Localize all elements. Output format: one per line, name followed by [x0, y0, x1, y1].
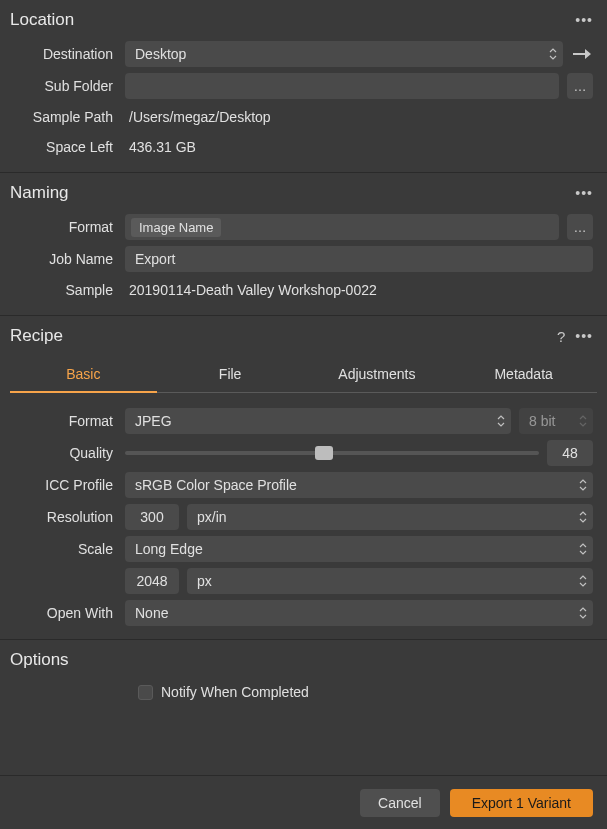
resolution-value: 300 [140, 509, 163, 525]
goto-destination-button[interactable] [571, 43, 593, 65]
location-menu-icon[interactable]: ••• [575, 12, 593, 28]
scale-unit-value: px [197, 573, 212, 589]
options-section: Options Notify When Completed [0, 640, 607, 716]
openwith-dropdown[interactable]: None [125, 600, 593, 626]
quality-value-box[interactable]: 48 [547, 440, 593, 466]
subfolder-input[interactable] [125, 73, 559, 99]
recipe-tabs: Basic File Adjustments Metadata [10, 358, 597, 393]
chevron-updown-icon [579, 479, 587, 491]
options-header: Options [0, 640, 607, 678]
bitdepth-value: 8 bit [529, 413, 555, 429]
chevron-updown-icon [497, 415, 505, 427]
options-title: Options [10, 650, 69, 670]
chevron-updown-icon [579, 607, 587, 619]
naming-format-token: Image Name [131, 218, 221, 237]
chevron-updown-icon [579, 511, 587, 523]
samplepath-value: /Users/megaz/Desktop [125, 109, 271, 125]
recipe-format-label: Format [0, 413, 125, 429]
chevron-updown-icon [579, 575, 587, 587]
recipe-format-value: JPEG [135, 413, 172, 429]
jobname-input[interactable]: Export [125, 246, 593, 272]
openwith-value: None [135, 605, 168, 621]
recipe-header: Recipe ? ••• [0, 316, 607, 354]
tab-basic[interactable]: Basic [10, 358, 157, 392]
cancel-button[interactable]: Cancel [360, 789, 440, 817]
spaceleft-label: Space Left [0, 139, 125, 155]
naming-sample-label: Sample [0, 282, 125, 298]
naming-format-more-button[interactable]: … [567, 214, 593, 240]
samplepath-label: Sample Path [0, 109, 125, 125]
location-header: Location ••• [0, 0, 607, 38]
scale-label: Scale [0, 541, 125, 557]
icc-value: sRGB Color Space Profile [135, 477, 297, 493]
notify-checkbox[interactable] [138, 685, 153, 700]
scale-unit-dropdown[interactable]: px [187, 568, 593, 594]
naming-menu-icon[interactable]: ••• [575, 185, 593, 201]
chevron-updown-icon [549, 48, 557, 60]
export-button[interactable]: Export 1 Variant [450, 789, 593, 817]
tab-adjustments[interactable]: Adjustments [304, 358, 451, 392]
recipe-title: Recipe [10, 326, 63, 346]
subfolder-more-button[interactable]: … [567, 73, 593, 99]
scale-mode-dropdown[interactable]: Long Edge [125, 536, 593, 562]
recipe-format-dropdown[interactable]: JPEG [125, 408, 511, 434]
tab-file[interactable]: File [157, 358, 304, 392]
recipe-section: Recipe ? ••• Basic File Adjustments Meta… [0, 316, 607, 640]
slider-thumb[interactable] [315, 446, 333, 460]
naming-format-input[interactable]: Image Name [125, 214, 559, 240]
destination-dropdown[interactable]: Desktop [125, 41, 563, 67]
destination-label: Destination [0, 46, 125, 62]
jobname-label: Job Name [0, 251, 125, 267]
scale-mode-value: Long Edge [135, 541, 203, 557]
help-icon[interactable]: ? [557, 328, 565, 345]
quality-slider[interactable] [125, 451, 539, 455]
naming-section: Naming ••• Format Image Name … Job Name … [0, 173, 607, 316]
icc-dropdown[interactable]: sRGB Color Space Profile [125, 472, 593, 498]
location-title: Location [10, 10, 74, 30]
quality-label: Quality [0, 445, 125, 461]
resolution-input[interactable]: 300 [125, 504, 179, 530]
footer: Cancel Export 1 Variant [0, 775, 607, 829]
resolution-unit-dropdown[interactable]: px/in [187, 504, 593, 530]
tab-metadata[interactable]: Metadata [450, 358, 597, 392]
bitdepth-dropdown: 8 bit [519, 408, 593, 434]
recipe-menu-icon[interactable]: ••• [575, 328, 593, 344]
naming-format-label: Format [0, 219, 125, 235]
notify-label: Notify When Completed [161, 684, 309, 700]
destination-value: Desktop [135, 46, 186, 62]
naming-header: Naming ••• [0, 173, 607, 211]
naming-title: Naming [10, 183, 69, 203]
subfolder-label: Sub Folder [0, 78, 125, 94]
icc-label: ICC Profile [0, 477, 125, 493]
spaceleft-value: 436.31 GB [125, 139, 196, 155]
chevron-updown-icon [579, 415, 587, 427]
resolution-unit-value: px/in [197, 509, 227, 525]
location-section: Location ••• Destination Desktop Sub Fol… [0, 0, 607, 173]
jobname-value: Export [135, 251, 175, 267]
scale-value-input[interactable]: 2048 [125, 568, 179, 594]
chevron-updown-icon [579, 543, 587, 555]
quality-value: 48 [562, 445, 578, 461]
resolution-label: Resolution [0, 509, 125, 525]
openwith-label: Open With [0, 605, 125, 621]
scale-value: 2048 [136, 573, 167, 589]
naming-sample-value: 20190114-Death Valley Workshop-0022 [125, 282, 377, 298]
